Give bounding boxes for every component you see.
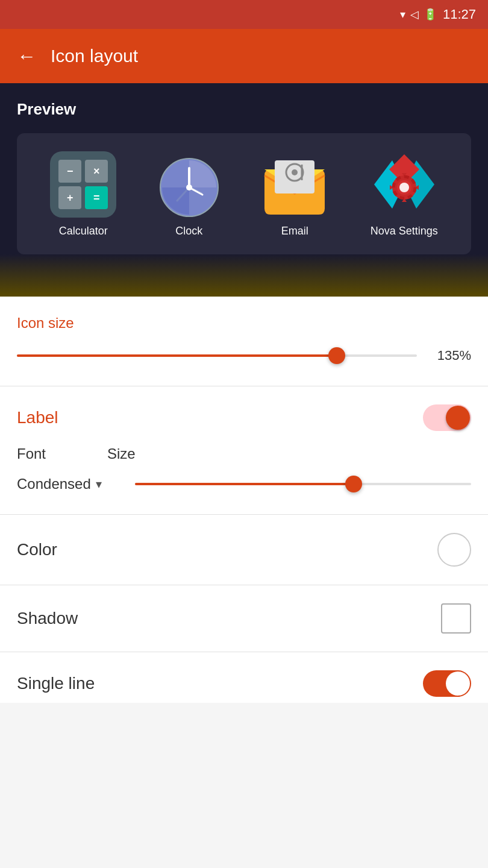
single-line-row: Single line [0,652,488,703]
size-label: Size [107,445,471,462]
nova-settings-label: Nova Settings [371,225,438,237]
email-label: Email [281,225,308,237]
preview-gradient [0,254,488,297]
icon-size-group: Icon size 135% [0,297,488,386]
label-title: Label [17,408,58,427]
shadow-checkbox[interactable] [441,603,471,634]
font-size-row: Font Size [17,445,471,462]
preview-area: − × + = Calculator [17,133,471,254]
toggle-knob [446,406,470,430]
calculator-label: Calculator [59,225,108,237]
calculator-icon-preview: − × + = [50,151,116,218]
color-label: Color [17,540,57,559]
calc-times: × [85,160,108,183]
color-picker[interactable] [437,533,471,567]
list-item: − × + = Calculator [50,151,116,237]
single-line-toggle[interactable] [423,670,471,697]
calc-minus: − [58,160,81,183]
color-row: Color [0,515,488,585]
page-title: Icon layout [51,46,138,66]
label-toggle[interactable] [423,404,471,431]
preview-section: Preview − × + = Calculator [0,83,488,254]
signal-icon: ◁ [410,8,419,21]
label-row: Label [17,404,471,431]
email-icon-preview [261,157,328,218]
slider-track [17,354,417,357]
status-bar: ▾ ◁ 🔋 11:27 [0,0,488,29]
shadow-label: Shadow [17,609,78,628]
size-slider[interactable] [135,472,471,496]
list-item: Nova Settings [371,151,438,237]
single-line-label: Single line [17,674,95,693]
condensed-text: Condensed [17,476,91,492]
preview-label: Preview [17,100,471,119]
condensed-dropdown[interactable]: Condensed ▾ [17,476,125,492]
icon-size-slider-row: 135% [17,344,471,368]
status-time: 11:27 [443,7,476,22]
condensed-row: Condensed ▾ [17,472,471,496]
calc-equals: = [85,186,108,209]
back-button[interactable]: ← [17,45,36,68]
app-bar: ← Icon layout [0,29,488,83]
nova-settings-icon-preview [371,151,437,218]
svg-rect-4 [275,160,314,193]
calc-plus: + [58,186,81,209]
status-icons: ▾ ◁ 🔋 [400,8,437,21]
single-line-knob [446,671,470,696]
list-item: Clock [159,157,219,237]
size-slider-thumb[interactable] [345,476,362,492]
settings-section: Icon size 135% Label Font Size [0,297,488,703]
shadow-row: Shadow [0,585,488,652]
slider-fill [17,354,337,357]
label-section: Label Font Size Condensed ▾ [0,386,488,515]
svg-point-13 [399,183,409,192]
list-item: Email [261,157,328,237]
dropdown-arrow-icon: ▾ [96,477,102,491]
slider-thumb[interactable] [328,347,345,364]
icon-size-value: 135% [429,348,471,363]
icon-size-slider[interactable] [17,344,417,368]
wifi-icon: ▾ [400,8,405,21]
icon-size-title: Icon size [17,315,471,332]
clock-icon-preview [159,157,219,218]
battery-icon: 🔋 [424,8,437,21]
font-label: Font [17,445,95,462]
clock-label: Clock [175,225,202,237]
size-slider-track [135,483,471,485]
size-slider-fill [135,483,354,485]
